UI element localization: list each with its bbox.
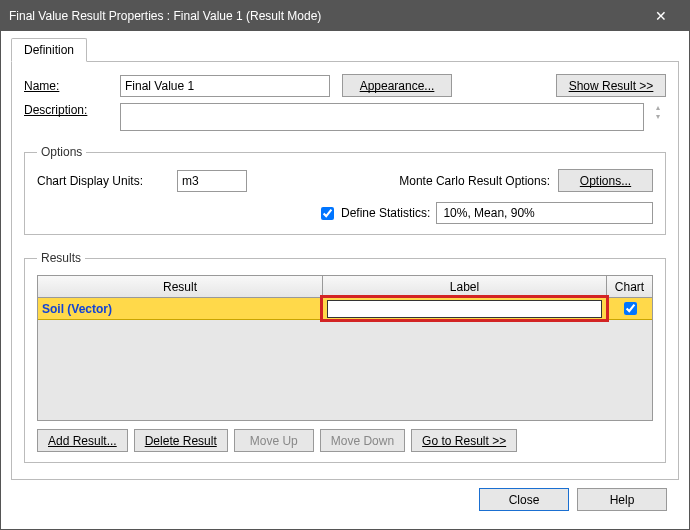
client-area: Definition Name: Appearance... Show Resu…: [1, 31, 689, 529]
results-action-row: Add Result... Delete Result Move Up Move…: [37, 429, 653, 452]
col-header-chart[interactable]: Chart: [607, 276, 652, 297]
definition-panel: Name: Appearance... Show Result >> Descr…: [11, 62, 679, 480]
dialog-window: Final Value Result Properties : Final Va…: [0, 0, 690, 530]
go-to-result-button[interactable]: Go to Result >>: [411, 429, 517, 452]
help-button[interactable]: Help: [577, 488, 667, 511]
close-icon[interactable]: ✕: [641, 8, 681, 24]
define-stats-check-input[interactable]: [321, 207, 334, 220]
options-legend: Options: [37, 145, 86, 159]
results-group: Results Result Label Chart Soil (Vector): [24, 251, 666, 463]
cell-result[interactable]: Soil (Vector): [38, 298, 323, 319]
description-row: Description: ▴▾: [24, 103, 666, 131]
close-button[interactable]: Close: [479, 488, 569, 511]
description-input[interactable]: [120, 103, 644, 131]
tab-definition[interactable]: Definition: [11, 38, 87, 62]
name-row: Name: Appearance... Show Result >>: [24, 74, 666, 97]
name-label: Name:: [24, 79, 114, 93]
col-header-result[interactable]: Result: [38, 276, 323, 297]
window-title: Final Value Result Properties : Final Va…: [9, 9, 641, 23]
mc-options-button[interactable]: Options...: [558, 169, 653, 192]
titlebar: Final Value Result Properties : Final Va…: [1, 1, 689, 31]
description-label: Description:: [24, 103, 114, 117]
scroll-arrows-icon: ▴▾: [650, 103, 666, 121]
move-down-button: Move Down: [320, 429, 405, 452]
appearance-button[interactable]: Appearance...: [342, 74, 452, 97]
results-legend: Results: [37, 251, 85, 265]
table-row[interactable]: Soil (Vector): [38, 298, 652, 320]
options-group: Options Chart Display Units: Monte Carlo…: [24, 145, 666, 235]
cell-chart[interactable]: [607, 298, 652, 319]
cell-label[interactable]: [323, 298, 607, 319]
move-up-button: Move Up: [234, 429, 314, 452]
delete-result-button[interactable]: Delete Result: [134, 429, 228, 452]
define-stats-checkbox[interactable]: Define Statistics:: [317, 204, 430, 223]
chart-checkbox[interactable]: [624, 302, 637, 315]
col-header-label[interactable]: Label: [323, 276, 607, 297]
name-input[interactable]: [120, 75, 330, 97]
table-body: Soil (Vector): [38, 298, 652, 420]
show-result-button[interactable]: Show Result >>: [556, 74, 666, 97]
chart-units-label: Chart Display Units:: [37, 174, 177, 188]
tab-strip: Definition: [11, 37, 679, 62]
table-header: Result Label Chart: [38, 276, 652, 298]
stats-value-box[interactable]: 10%, Mean, 90%: [436, 202, 653, 224]
dialog-footer: Close Help: [11, 480, 679, 519]
results-table: Result Label Chart Soil (Vector): [37, 275, 653, 421]
chart-units-input[interactable]: [177, 170, 247, 192]
add-result-button[interactable]: Add Result...: [37, 429, 128, 452]
mc-options-label: Monte Carlo Result Options:: [399, 174, 550, 188]
label-cell-input[interactable]: [327, 300, 602, 318]
